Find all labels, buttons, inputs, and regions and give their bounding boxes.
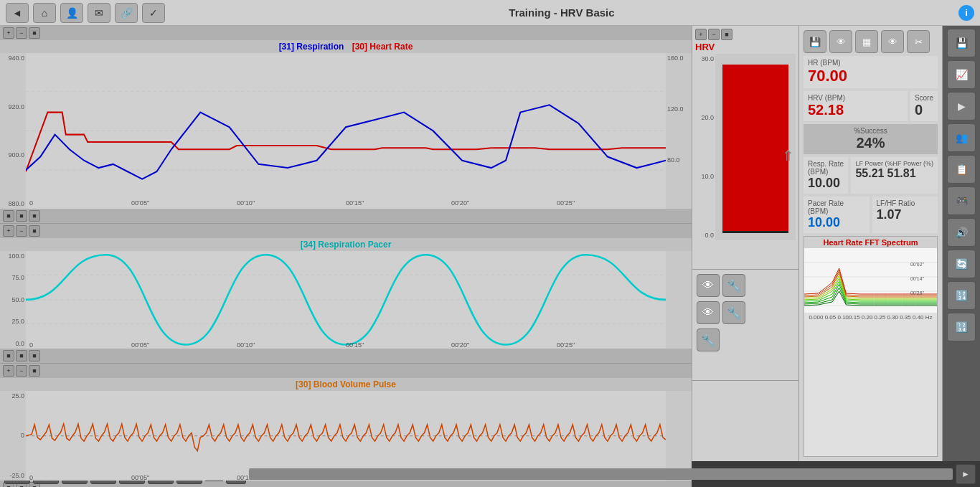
wrench-button-1[interactable]: 🔧 xyxy=(722,274,745,297)
resp-rate-label: Resp. Rate (BPM) xyxy=(808,160,844,176)
chart2-minus-btn[interactable]: − xyxy=(16,225,27,237)
lfhf-metric: LF/HF Ratio 1.07 xyxy=(872,197,938,233)
window-title: Training - HRV Basic xyxy=(165,6,958,19)
info-button-area: i xyxy=(958,5,974,21)
pacer-lfhf-row: Pacer Rate (BPM) 10.00 LF/HF Ratio 1.07 xyxy=(804,197,938,233)
fft-chart: 00'02" 00'14" 00'26" xyxy=(804,248,937,313)
wrench-button-2[interactable]: 🔧 xyxy=(722,301,745,324)
svg-text:0: 0 xyxy=(29,473,33,481)
link-button[interactable]: 🔗 xyxy=(115,3,138,23)
chart3-title: [30] Blood Volume Pulse xyxy=(296,379,396,389)
fr-btn-refresh[interactable]: 🔄 xyxy=(947,250,976,278)
hrv-up-arrow: ⇑ xyxy=(782,147,794,164)
svg-text:00'20": 00'20" xyxy=(451,199,469,207)
hrv-bpm-label: HRV (BPM) xyxy=(808,94,903,102)
chart2-y-right xyxy=(666,251,692,349)
svg-text:0: 0 xyxy=(29,199,33,207)
metrics-panel: 💾 👁 ▦ 👁 ✂ HR (BPM) 70.00 HRV (BPM) 52.18… xyxy=(799,26,943,461)
chart2-svg-area: 0 00'05" 00'10" 00'15" 00'20" 00'25" xyxy=(26,251,666,349)
message-button[interactable]: ✉ xyxy=(88,3,110,23)
chart1-svg: 0 00'05" 00'10" 00'15" 00'20" 00'25" xyxy=(26,53,666,209)
hrv-metric: HRV (BPM) 52.18 xyxy=(804,91,908,121)
chart1-minus-btn[interactable]: − xyxy=(16,27,27,39)
pacer-rate-label: Pacer Rate (BPM) xyxy=(808,199,865,215)
resp-ctrl-row2: 👁 🔧 xyxy=(697,301,794,324)
chart2-title-area: [34] Respiration Pacer xyxy=(0,238,692,251)
progress-bar[interactable] xyxy=(249,468,953,480)
bvp-ctrl xyxy=(692,381,798,461)
svg-text:00'20": 00'20" xyxy=(451,341,469,348)
bb-seek-fwd-btn[interactable]: ► xyxy=(956,464,976,484)
hrv-bar-chart: 30.0 20.0 10.0 0.0 ⇑ xyxy=(695,54,796,240)
chart3-plus-btn[interactable]: + xyxy=(3,365,14,377)
fr-btn-group[interactable]: 👥 xyxy=(947,123,976,152)
resp-rate-value: 10.00 xyxy=(808,176,844,191)
svg-text:00'14": 00'14" xyxy=(910,276,924,281)
fr-btn-play[interactable]: ▶ xyxy=(947,92,976,120)
chart1-bt3[interactable]: ■ xyxy=(29,210,40,222)
hrv-btn2[interactable]: − xyxy=(708,29,720,40)
fr-btn-num2[interactable]: 🔢 xyxy=(947,313,976,341)
hrv-toolbar: + − ■ xyxy=(695,29,796,40)
chart2-settings-btn[interactable]: ■ xyxy=(29,225,40,237)
hrv-btn1[interactable]: + xyxy=(695,29,707,40)
score-label: Score xyxy=(915,94,933,102)
hrv-y-axis: 30.0 20.0 10.0 0.0 xyxy=(695,54,715,240)
chart2-bottom-toolbar: ■ ■ ■ xyxy=(0,349,692,363)
chart1-bt1[interactable]: ■ xyxy=(3,210,14,222)
success-metric: %Success 24% xyxy=(804,124,938,154)
fr-btn-sound[interactable]: 🔊 xyxy=(947,218,976,247)
profile-button[interactable]: 👤 xyxy=(60,3,83,23)
hrv-bpm-value: 52.18 xyxy=(808,102,903,118)
fr-btn-clip[interactable]: 📋 xyxy=(947,155,976,184)
chart3-svg: 0 00'05" 00'10" 00'15" 00'20" 00'25" xyxy=(26,391,666,481)
back-button[interactable]: ◄ xyxy=(6,3,29,23)
chart1-bottom-toolbar: ■ ■ ■ xyxy=(0,209,692,223)
info-icon[interactable]: i xyxy=(958,5,974,21)
pacer-rate-metric: Pacer Rate (BPM) 10.00 xyxy=(804,197,870,233)
chart1-settings-btn[interactable]: ■ xyxy=(29,27,40,39)
chart3-y-left: 25.0 0 -25.0 xyxy=(0,391,26,481)
check-button[interactable]: ✓ xyxy=(142,3,165,23)
pacer-rate-value: 10.00 xyxy=(808,215,865,230)
grid-metrics-btn[interactable]: ▦ xyxy=(855,30,878,53)
save-icon-btn[interactable]: 💾 xyxy=(804,30,826,53)
eye-button-2[interactable]: 👁 xyxy=(697,301,720,324)
fr-btn-save[interactable]: 💾 xyxy=(947,29,976,57)
fr-btn-game[interactable]: 🎮 xyxy=(947,186,976,215)
svg-text:00'02": 00'02" xyxy=(910,262,924,267)
svg-text:00'26": 00'26" xyxy=(910,290,924,295)
hrv-score-row: HRV (BPM) 52.18 Score 0 xyxy=(804,91,938,121)
chart2-plus-btn[interactable]: + xyxy=(3,225,14,237)
chart2-title: [34] Respiration Pacer xyxy=(301,240,392,250)
svg-text:00'05": 00'05" xyxy=(131,473,149,481)
chart2-bt2[interactable]: ■ xyxy=(16,350,27,361)
wrench-button-3[interactable]: 🔧 xyxy=(697,328,720,351)
hrv-btn3[interactable]: ■ xyxy=(721,29,732,40)
lf-power-label: LF Power (%HF Power (%) xyxy=(855,160,933,167)
eye-metrics-btn[interactable]: 👁 xyxy=(829,30,852,53)
hr-metric: HR (BPM) 70.00 xyxy=(804,56,938,88)
eye-button-1[interactable]: 👁 xyxy=(697,274,720,297)
metrics-icons-row: 💾 👁 ▦ 👁 ✂ xyxy=(804,30,938,53)
chart1-plus-btn[interactable]: + xyxy=(3,27,14,39)
chart1-hr-label: [30] Heart Rate xyxy=(352,42,413,52)
scissors-metrics-btn[interactable]: ✂ xyxy=(907,30,930,53)
resp-ctrl-row3: 🔧 xyxy=(697,328,794,351)
home-button[interactable]: ⌂ xyxy=(33,3,56,23)
fr-btn-num1[interactable]: 🔢 xyxy=(947,281,976,310)
chart2-bt1[interactable]: ■ xyxy=(3,350,14,361)
svg-text:00'05": 00'05" xyxy=(131,341,149,348)
fr-btn-chart[interactable]: 📈 xyxy=(947,60,976,89)
middle-panel: + − ■ HRV 30.0 20.0 10.0 0.0 xyxy=(692,26,799,461)
eye2-metrics-btn[interactable]: 👁 xyxy=(881,30,904,53)
chart3-settings-btn[interactable]: ■ xyxy=(29,365,40,377)
svg-text:00'10": 00'10" xyxy=(237,199,255,207)
chart3-y-right xyxy=(666,391,692,481)
fft-title: Heart Rate FFT Spectrum xyxy=(804,237,937,248)
chart1-svg-area: 0 00'05" 00'10" 00'15" 00'20" 00'25" xyxy=(26,53,666,209)
success-label: %Success xyxy=(808,127,933,135)
chart2-bt3[interactable]: ■ xyxy=(29,350,40,361)
chart1-bt2[interactable]: ■ xyxy=(16,210,27,222)
chart3-minus-btn[interactable]: − xyxy=(16,365,27,377)
